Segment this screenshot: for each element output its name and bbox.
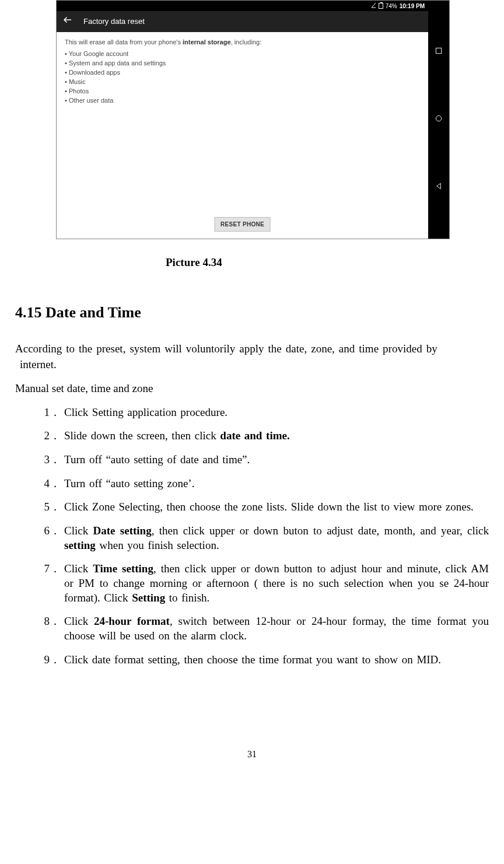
- battery-percent: 74%: [386, 2, 397, 10]
- home-icon[interactable]: [434, 113, 443, 127]
- content-area: This will erase all data from your phone…: [57, 32, 428, 239]
- svg-rect-0: [436, 48, 441, 53]
- step-text: Click date format setting, then choose t…: [64, 653, 441, 666]
- back-arrow-icon[interactable]: [62, 15, 73, 29]
- intro-suffix: , including:: [231, 39, 262, 46]
- step-text: Click Zone Selecting, then choose the zo…: [64, 501, 474, 513]
- step-number: 1．: [43, 405, 61, 420]
- app-header: Factory data reset: [57, 11, 428, 32]
- step-item: 1．Click Setting application procedure.: [43, 405, 489, 420]
- header-title: Factory data reset: [83, 17, 145, 27]
- step-text: Slide down the screen, then click: [64, 429, 220, 442]
- step-number: 7．: [43, 562, 61, 576]
- step-text: Date setting: [93, 524, 152, 537]
- intro-bold: internal storage: [183, 39, 231, 46]
- list-item: System and app data and settings: [65, 59, 420, 68]
- reset-phone-button[interactable]: RESET PHONE: [214, 217, 271, 232]
- section-heading: 4.15 Date and Time: [15, 303, 489, 323]
- step-item: 8．Click 24-hour format, switch between 1…: [43, 614, 489, 643]
- step-number: 9．: [43, 653, 61, 667]
- list-item: Downloaded apps: [65, 68, 420, 78]
- intro-paragraph: According to the preset, system will vol…: [15, 342, 489, 356]
- step-text: Setting: [132, 592, 165, 604]
- intro-prefix: This will erase all data from your phone…: [65, 39, 183, 46]
- manual-intro: Manual set date, time and zone: [15, 382, 489, 396]
- figure-caption: Picture 4.34: [166, 256, 489, 270]
- sim-icon: [371, 2, 376, 10]
- step-text: setting: [64, 539, 96, 551]
- step-text: , then click upper or down buton to adju…: [152, 524, 489, 537]
- step-number: 3．: [43, 453, 61, 467]
- step-text: Turn off “auto setting of date and time”…: [64, 453, 250, 466]
- step-item: 2．Slide down the screen, then click date…: [43, 429, 489, 443]
- step-number: 6．: [43, 524, 61, 538]
- step-text: Click: [64, 524, 93, 537]
- steps-list: 1．Click Setting application procedure.2．…: [43, 405, 489, 667]
- step-number: 2．: [43, 429, 61, 443]
- step-text: Turn off “auto setting zone’.: [64, 477, 194, 489]
- intro-paragraph-cont: internet.: [15, 358, 489, 372]
- recent-apps-icon[interactable]: [434, 45, 443, 60]
- step-text: Click Setting application procedure.: [64, 406, 228, 418]
- step-item: 7．Click Time setting, then click upper o…: [43, 562, 489, 605]
- nav-rail: [428, 1, 449, 239]
- bullet-list: Your Google account System and app data …: [65, 50, 420, 106]
- step-item: 5．Click Zone Selecting, then choose the …: [43, 500, 489, 515]
- status-time: 10:19 PM: [400, 2, 425, 10]
- back-nav-icon[interactable]: [434, 180, 443, 195]
- list-item: Other user data: [65, 96, 420, 106]
- step-item: 6．Click Date setting, then click upper o…: [43, 524, 489, 552]
- step-number: 8．: [43, 614, 61, 629]
- phone-main-area: 74% 10:19 PM Factory data reset This wil…: [57, 1, 428, 239]
- step-number: 5．: [43, 500, 61, 515]
- list-item: Photos: [65, 87, 420, 96]
- svg-point-1: [436, 116, 441, 121]
- step-text: when you finish selection.: [96, 539, 219, 551]
- step-item: 3．Turn off “auto setting of date and tim…: [43, 453, 489, 467]
- status-bar: 74% 10:19 PM: [57, 1, 428, 11]
- embedded-screenshot: 74% 10:19 PM Factory data reset This wil…: [56, 0, 450, 239]
- step-text: Click: [64, 562, 93, 575]
- step-text: Click: [64, 615, 94, 627]
- step-text: 24-hour format: [94, 615, 170, 627]
- list-item: Music: [65, 78, 420, 87]
- step-text: Time setting: [93, 562, 153, 575]
- step-text: date and time.: [220, 429, 289, 442]
- page-number: 31: [15, 748, 489, 761]
- step-text: to finish.: [165, 592, 209, 604]
- step-number: 4．: [43, 477, 61, 491]
- battery-icon: [379, 3, 383, 9]
- step-item: 4．Turn off “auto setting zone’.: [43, 477, 489, 491]
- list-item: Your Google account: [65, 50, 420, 59]
- step-item: 9．Click date format setting, then choose…: [43, 653, 489, 667]
- intro-text: This will erase all data from your phone…: [65, 38, 420, 46]
